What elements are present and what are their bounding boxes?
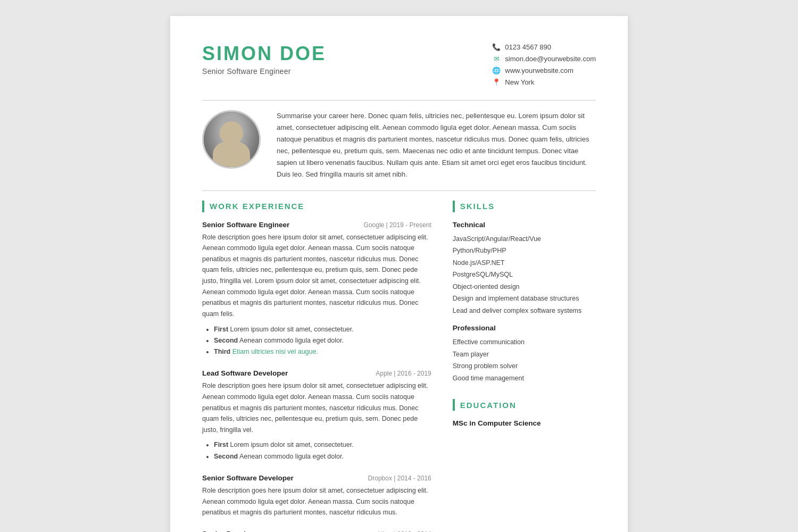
job-meta-2: Apple | 2016 - 2019	[376, 370, 431, 377]
job-header-1: Senior Software Engineer Google | 2019 -…	[202, 221, 431, 229]
job-bullets-1: First Lorem ipsum dolor sit amet, consec…	[202, 324, 431, 358]
candidate-name: SIMON DOE	[202, 43, 326, 65]
right-column: SKILLS Technical JavaScript/Angular/Reac…	[453, 201, 596, 532]
globe-icon: 🌐	[492, 66, 501, 74]
phone-icon: 📞	[492, 43, 501, 51]
job-meta-3: Dropbox | 2014 - 2016	[368, 475, 431, 482]
professional-skills-list: Effective communication Team player Stro…	[453, 336, 596, 384]
candidate-title: Senior Software Engineer	[202, 67, 326, 76]
bullet-text: Lorem ipsum dolor sit amet, consectetuer…	[228, 441, 354, 448]
bullet-bold: Second	[214, 337, 238, 344]
skill-item: Lead and deliver complex software system…	[453, 305, 596, 317]
professional-skills-label: Professional	[453, 324, 596, 332]
job-header-2: Lead Software Developer Apple | 2016 - 2…	[202, 369, 431, 377]
bullet-bold: Third	[214, 348, 230, 355]
skill-item: Team player	[453, 348, 596, 361]
skills-section-header: SKILLS	[453, 201, 596, 212]
bullet-text: Aenean commodo ligula eget dolor.	[238, 337, 344, 344]
email-address: simon.doe@yourwebsite.com	[505, 55, 596, 63]
bullet-bold: First	[214, 441, 228, 448]
technical-skills-list: JavaScript/Angular/React/Vue Python/Ruby…	[453, 233, 596, 317]
bullet-1-1: First Lorem ipsum dolor sit amet, consec…	[214, 324, 431, 335]
skill-item: Effective communication	[453, 336, 596, 348]
technical-skills-label: Technical	[453, 221, 596, 229]
job-entry-4: Senior Developer Uber | 2013 - 2014	[202, 530, 431, 532]
job-header-3: Senior Software Developer Dropbox | 2014…	[202, 474, 431, 482]
job-entry-3: Senior Software Developer Dropbox | 2014…	[202, 474, 431, 518]
profile-bio: Summarise your career here. Donec quam f…	[277, 110, 596, 181]
skill-item: Node.js/ASP.NET	[453, 257, 596, 269]
education-section-header: EDUCATION	[453, 399, 596, 411]
bullet-2-1: First Lorem ipsum dolor sit amet, consec…	[214, 439, 431, 451]
contact-email: ✉ simon.doe@yourwebsite.com	[492, 54, 596, 63]
education-entry: MSc in Computer Science	[453, 419, 596, 427]
website-url: www.yourwebsite.com	[505, 66, 573, 74]
job-title-2: Lead Software Developer	[202, 369, 288, 377]
job-entry-2: Lead Software Developer Apple | 2016 - 2…	[202, 369, 431, 462]
left-column: WORK EXPERIENCE Senior Software Engineer…	[202, 201, 431, 532]
location-icon: 📍	[492, 78, 501, 86]
contact-website: 🌐 www.yourwebsite.com	[492, 66, 596, 74]
resume-page: SIMON DOE Senior Software Engineer 📞 012…	[170, 16, 628, 532]
skill-item: Good time management	[453, 372, 596, 385]
bullet-bold: First	[214, 326, 228, 333]
work-experience-section-header: WORK EXPERIENCE	[202, 201, 431, 212]
bullet-link: Etiam ultricies nisi vel augue.	[232, 348, 318, 355]
contact-phone: 📞 0123 4567 890	[492, 43, 596, 51]
bullet-text: Lorem ipsum dolor sit amet, consectetuer…	[228, 326, 354, 333]
skill-item: Design and implement database structures	[453, 293, 596, 305]
job-description-1: Role description goes here ipsum dolor s…	[202, 232, 431, 320]
skills-title: SKILLS	[460, 202, 495, 211]
location-text: New York	[505, 78, 534, 86]
bullet-1-3: Third Etiam ultricies nisi vel augue.	[214, 346, 431, 358]
job-title-1: Senior Software Engineer	[202, 221, 289, 229]
bullet-1-2: Second Aenean commodo ligula eget dolor.	[214, 335, 431, 346]
skill-item: Python/Ruby/PHP	[453, 245, 596, 257]
education-title: EDUCATION	[460, 401, 517, 410]
phone-number: 0123 4567 890	[505, 43, 551, 51]
job-meta-1: Google | 2019 - Present	[364, 221, 431, 229]
job-entry-1: Senior Software Engineer Google | 2019 -…	[202, 221, 431, 358]
profile-section: Summarise your career here. Donec quam f…	[202, 110, 596, 181]
bullet-text: Aenean commodo ligula eget dolor.	[238, 453, 344, 460]
contact-location: 📍 New York	[492, 78, 596, 86]
section-bar-education	[453, 399, 455, 411]
email-icon: ✉	[492, 54, 501, 63]
job-header-4: Senior Developer Uber | 2013 - 2014	[202, 530, 431, 532]
body-divider	[202, 190, 596, 191]
bullet-2-2: Second Aenean commodo ligula eget dolor.	[214, 451, 431, 462]
skill-item: JavaScript/Angular/React/Vue	[453, 233, 596, 245]
job-bullets-2: First Lorem ipsum dolor sit amet, consec…	[202, 439, 431, 462]
job-title-3: Senior Software Developer	[202, 474, 294, 482]
header-left: SIMON DOE Senior Software Engineer	[202, 43, 326, 76]
work-experience-title: WORK EXPERIENCE	[210, 202, 304, 211]
job-title-4: Senior Developer	[202, 530, 261, 532]
section-bar-work	[202, 201, 204, 212]
edu-degree: MSc in Computer Science	[453, 419, 596, 427]
profile-photo	[202, 110, 261, 169]
job-description-3: Role description goes here ipsum dolor s…	[202, 485, 431, 518]
main-body: WORK EXPERIENCE Senior Software Engineer…	[202, 201, 596, 532]
header-section: SIMON DOE Senior Software Engineer 📞 012…	[202, 43, 596, 89]
header-divider	[202, 100, 596, 101]
job-description-2: Role description goes here ipsum dolor s…	[202, 380, 431, 435]
profile-photo-inner	[204, 112, 259, 167]
header-contact: 📞 0123 4567 890 ✉ simon.doe@yourwebsite.…	[492, 43, 596, 89]
skill-item: Strong problem solver	[453, 360, 596, 372]
section-bar-skills	[453, 201, 455, 212]
bullet-bold: Second	[214, 453, 238, 460]
skill-item: Object-oriented design	[453, 281, 596, 293]
skill-item: PostgreSQL/MySQL	[453, 269, 596, 281]
